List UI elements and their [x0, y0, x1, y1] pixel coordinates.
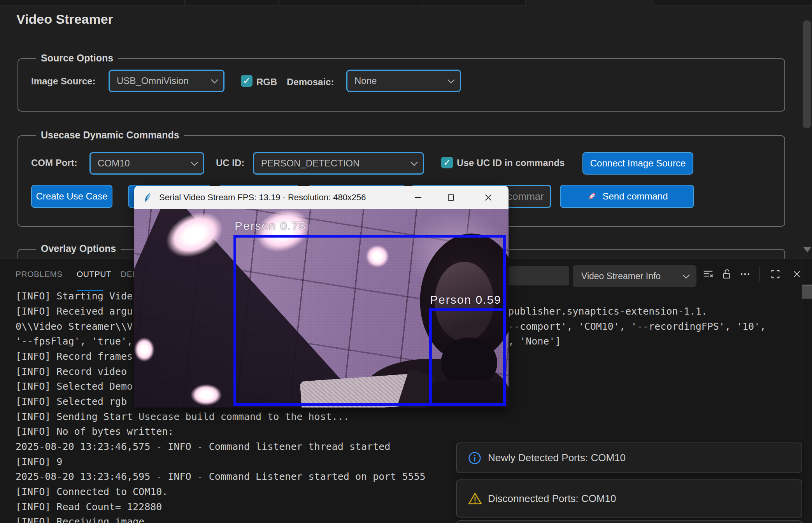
warning-icon — [468, 492, 482, 506]
ellipsis-icon — [739, 268, 751, 280]
more-actions-button[interactable] — [738, 268, 752, 281]
serial-video-stream-window: Serial Video Stream FPS: 13.19 - Resolut… — [134, 186, 509, 408]
close-button[interactable] — [476, 186, 500, 209]
close-panel-button[interactable] — [790, 268, 803, 281]
command-input-text: commar — [507, 191, 544, 203]
page-title: Video Streamer — [16, 12, 113, 27]
image-source-label: Image Source: — [31, 76, 95, 87]
screen: Video Streamer Source Options Image Sour… — [0, 0, 812, 523]
log-line: [INFO] Connected to COM10. — [16, 486, 168, 501]
log-line: 2025-08-20 13:23:46,575 - INFO - Command… — [16, 441, 390, 456]
log-line: [INFO] Starting Vide — [16, 290, 133, 306]
log-line: [INFO] Record video — [16, 366, 127, 381]
send-command-button[interactable]: Send command — [560, 185, 694, 208]
log-scrollbar-thumb[interactable] — [802, 285, 812, 299]
log-line: [INFO] Selected Demo — [16, 381, 133, 396]
log-line-fragment: , 'None'] — [508, 336, 561, 351]
maximize-button[interactable] — [439, 186, 463, 209]
usecase-legend: Usecase Dynamic Commands — [36, 129, 184, 141]
com-port-label: COM Port: — [31, 157, 77, 168]
image-source-select[interactable]: USB_OmniVision — [109, 70, 224, 92]
stream-window-titlebar[interactable]: Serial Video Stream FPS: 13.19 - Resolut… — [134, 186, 509, 209]
video-frame: Person 0.78 Person 0.59 — [134, 209, 509, 408]
log-line: [INFO] 9 — [16, 456, 62, 471]
maximize-panel-button[interactable] — [769, 268, 782, 281]
rgb-label: RGB — [256, 77, 277, 87]
notification-partial[interactable] — [456, 520, 802, 523]
chevron-down-icon — [447, 76, 454, 83]
editor-tab-bar — [0, 0, 812, 6]
detection-label: Person 0.78 — [235, 219, 306, 233]
log-line: [INFO] No of bytes written: — [16, 426, 174, 441]
editor-tab-active[interactable] — [526, 0, 654, 6]
tab-output[interactable]: OUTPUT — [77, 269, 111, 279]
connect-image-source-button[interactable]: Connect Image Source — [582, 152, 693, 175]
notification-text: Disconnected Ports: COM10 — [488, 493, 616, 505]
log-line-fragment: --comport', 'COM10', '--recordingFPS', '… — [508, 321, 766, 336]
demosaic-select[interactable]: None — [346, 70, 461, 92]
editor-tab[interactable] — [763, 0, 812, 5]
log-line: [INFO] Read Count= 122880 — [16, 501, 162, 516]
log-line-fragment: publisher.synaptics-extension-1.1. — [508, 306, 707, 321]
uc-id-select[interactable]: PERSON_DETECTION — [253, 152, 424, 175]
maximize-icon — [448, 194, 454, 201]
ceiling-light — [134, 338, 154, 362]
editor-tab[interactable] — [654, 0, 763, 5]
rocket-icon — [586, 191, 598, 202]
log-line: [INFO] Record frames — [16, 351, 133, 366]
detection-label: Person 0.59 — [430, 293, 502, 306]
chevron-down-icon — [211, 76, 218, 83]
clear-output-icon — [702, 268, 714, 280]
demosaic-label: Demosaic: — [287, 77, 334, 87]
notification-disconnected[interactable]: Disconnected Ports: COM10 — [456, 479, 802, 518]
close-icon — [484, 193, 493, 202]
com-port-value: COM10 — [98, 158, 130, 169]
unlock-icon — [721, 268, 733, 280]
notification-newly-detected[interactable]: Newly Detected Ports: COM10 — [456, 443, 802, 473]
detection-box — [429, 308, 506, 406]
toolbar-divider — [759, 267, 759, 282]
log-line: [INFO] Selected rgb — [16, 396, 127, 411]
scroll-down-arrow-icon[interactable] — [803, 247, 811, 252]
notification-text: Newly Detected Ports: COM10 — [488, 452, 626, 464]
source-options-group: Source Options Image Source: USB_OmniVis… — [18, 58, 785, 112]
editor-tab[interactable] — [185, 0, 279, 5]
use-uc-id-label: Use UC ID in commands — [457, 157, 565, 168]
chevron-down-icon — [682, 271, 689, 278]
stream-window-title: Serial Video Stream FPS: 13.19 - Resolut… — [159, 186, 366, 209]
com-port-select[interactable]: COM10 — [89, 152, 204, 175]
image-source-value: USB_OmniVision — [117, 75, 189, 86]
uc-id-value: PERSON_DETECTION — [261, 158, 360, 169]
tk-feather-icon — [143, 192, 154, 203]
filter-input[interactable] — [509, 266, 569, 285]
log-line: 2025-08-20 13:23:46,595 - INFO - Command… — [16, 471, 426, 486]
create-use-case-button[interactable]: Create Use Case — [31, 185, 112, 208]
uc-id-label: UC ID: — [216, 157, 244, 168]
tab-problems[interactable]: PROBLEMS — [16, 269, 63, 279]
chevron-down-icon — [191, 159, 198, 166]
log-line: 0\\Video_Streamer\\V — [16, 321, 133, 336]
webview-scrollbar-thumb[interactable] — [803, 20, 811, 128]
source-options-legend: Source Options — [36, 52, 118, 64]
minimize-button[interactable] — [406, 186, 430, 209]
maximize-panel-icon — [770, 269, 781, 280]
output-channel-select[interactable]: Video Streamer Info — [573, 265, 696, 287]
log-line: [INFO] Sending Start Usecase build comma… — [16, 411, 349, 426]
rgb-checkbox[interactable] — [241, 75, 253, 87]
ceiling-light — [191, 384, 222, 406]
demosaic-value: None — [354, 75, 377, 86]
use-uc-id-checkbox[interactable] — [441, 157, 453, 168]
chevron-down-icon — [410, 159, 417, 166]
editor-tab[interactable] — [76, 0, 185, 5]
editor-tab[interactable] — [0, 0, 76, 5]
close-icon — [792, 269, 802, 279]
info-icon — [468, 451, 482, 465]
log-line: [INFO] Received argu — [16, 306, 133, 321]
unlock-scroll-button[interactable] — [720, 268, 733, 281]
log-line: '--fpsFlag', 'true', — [16, 336, 133, 351]
editor-tab[interactable] — [423, 0, 526, 5]
clear-output-button[interactable] — [702, 268, 715, 281]
editor-tab[interactable] — [279, 0, 423, 5]
send-command-label: Send command — [602, 191, 668, 202]
overlay-options-legend: Overlay Options — [36, 243, 121, 254]
